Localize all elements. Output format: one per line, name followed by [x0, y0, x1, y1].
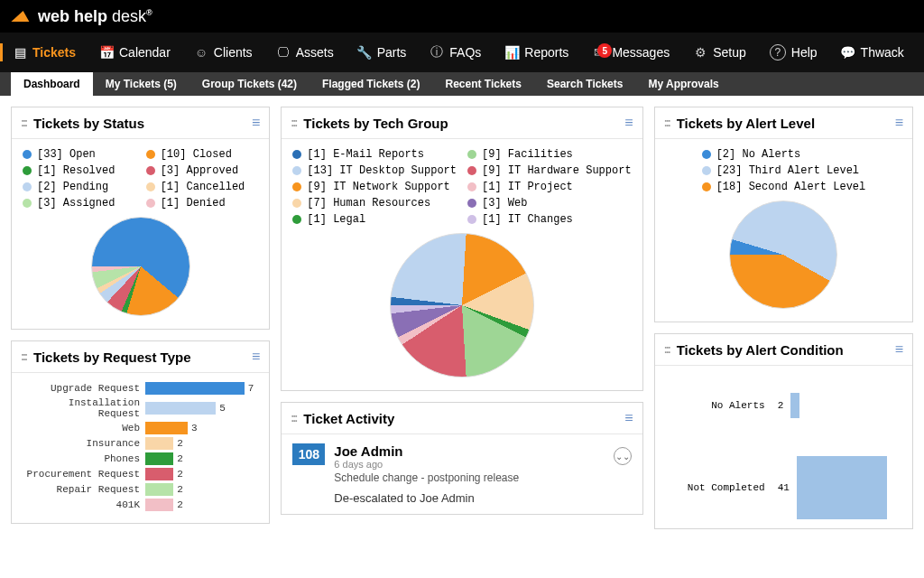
nav-messages[interactable]: ✉5Messages: [588, 40, 673, 65]
legend-item[interactable]: [1] IT Changes: [467, 213, 632, 226]
bar-label: Insurance: [23, 438, 140, 449]
card-title: Tickets by Tech Group: [303, 116, 448, 131]
card-menu-icon[interactable]: ≡: [895, 341, 903, 358]
drag-handle-icon[interactable]: :::: [21, 350, 26, 363]
bar-value: 2: [177, 469, 183, 480]
activity-ticket-id[interactable]: 108: [292, 443, 325, 465]
mail-icon: ✉5: [592, 45, 606, 60]
bar-row[interactable]: Upgrade Request7: [23, 382, 258, 395]
bar-row[interactable]: Phones2: [23, 452, 258, 465]
legend-item[interactable]: [18] Second Alert Level: [666, 181, 901, 193]
card-menu-icon[interactable]: ≡: [252, 349, 260, 365]
legend-item[interactable]: [33] Open: [23, 148, 135, 161]
nav-label: Thwack: [861, 45, 904, 60]
bar-fill: [145, 468, 173, 480]
nav-calendar[interactable]: 📅Calendar: [96, 40, 174, 65]
brand-text: web help desk®: [38, 7, 152, 26]
bars-icon: 📊: [504, 45, 519, 60]
card-menu-icon[interactable]: ≡: [624, 410, 633, 426]
nav-reports[interactable]: 📊Reports: [501, 40, 572, 65]
expand-icon[interactable]: ⌄⌄: [614, 447, 632, 465]
bar-row[interactable]: 401K2: [23, 499, 258, 511]
legend-item[interactable]: [9] IT Network Support: [292, 181, 457, 193]
bar-value: 5: [219, 403, 226, 414]
solarwinds-logo-icon: [11, 11, 32, 22]
legend-label: [1] E-Mail Reports: [307, 148, 424, 161]
hbar-request: Upgrade Request7Installation Request5Web…: [23, 382, 258, 511]
bar-value: 2: [177, 453, 183, 464]
legend-item[interactable]: [2] Pending: [23, 181, 135, 193]
legend-item[interactable]: [9] IT Hardware Support: [467, 164, 632, 177]
subtab-my-approvals[interactable]: My Approvals: [635, 72, 731, 96]
nav-setup[interactable]: ⚙Setup: [689, 40, 750, 65]
legend-label: [2] Pending: [37, 181, 108, 193]
drag-handle-icon[interactable]: :::: [21, 117, 26, 129]
help-icon: ?: [770, 44, 786, 61]
drag-handle-icon[interactable]: :::: [664, 343, 670, 356]
drag-handle-icon[interactable]: :::: [664, 117, 670, 129]
bar-value: 2: [778, 400, 784, 411]
legend-label: [9] Facilities: [482, 148, 573, 161]
bar-fill: [797, 456, 887, 519]
nav-faqs[interactable]: ⓘFAQs: [426, 40, 485, 65]
legend-item[interactable]: [13] IT Desktop Support: [292, 164, 457, 177]
legend-item[interactable]: [1] Resolved: [23, 164, 135, 177]
nav-clients[interactable]: ☺Clients: [190, 40, 256, 65]
bar-row[interactable]: Not Completed41: [666, 456, 901, 519]
subtab-flagged-tickets-2-[interactable]: Flagged Tickets (2): [310, 72, 432, 96]
legend-dot-icon: [292, 199, 301, 208]
activity-item[interactable]: 108 Joe Admin 6 days ago Schedule change…: [292, 443, 631, 505]
card-menu-icon[interactable]: ≡: [252, 115, 260, 131]
legend-label: [1] Legal: [307, 213, 365, 226]
card-title: Tickets by Request Type: [33, 350, 191, 365]
card-menu-icon[interactable]: ≡: [624, 115, 633, 131]
bar-row[interactable]: Insurance2: [23, 437, 258, 450]
subtab-dashboard[interactable]: Dashboard: [11, 72, 93, 96]
legend-item[interactable]: [23] Third Alert Level: [666, 164, 901, 177]
legend-item[interactable]: [7] Human Resources: [292, 197, 457, 210]
legend-label: [2] No Alerts: [716, 148, 801, 161]
bar-label: 401K: [23, 499, 140, 510]
legend-item[interactable]: [9] Facilities: [467, 148, 632, 161]
legend-item[interactable]: [3] Assigned: [23, 197, 135, 210]
legend-dot-icon: [23, 182, 32, 191]
legend-label: [18] Second Alert Level: [716, 181, 866, 193]
legend-label: [3] Approved: [161, 164, 238, 177]
bar-row[interactable]: Repair Request2: [23, 483, 258, 496]
legend-item[interactable]: [10] Closed: [146, 148, 259, 161]
legend-item[interactable]: [1] E-Mail Reports: [292, 148, 457, 161]
user-icon: ☺: [194, 45, 208, 60]
legend-item[interactable]: [1] IT Project: [467, 181, 632, 193]
card-menu-icon[interactable]: ≡: [895, 115, 903, 131]
legend-item[interactable]: [3] Web: [467, 197, 632, 210]
bar-fill: [145, 402, 216, 415]
legend-item[interactable]: [2] No Alerts: [666, 148, 901, 161]
legend-status: [33] Open[10] Closed[1] Resolved[3] Appr…: [23, 148, 258, 210]
bar-row[interactable]: Installation Request5: [23, 397, 258, 419]
nav-assets[interactable]: 🖵Assets: [273, 40, 337, 65]
card-tickets-by-tech-group: :::Tickets by Tech Group ≡ [1] E-Mail Re…: [281, 107, 642, 391]
subtab-recent-tickets[interactable]: Recent Tickets: [432, 72, 534, 96]
nav-parts[interactable]: 🔧Parts: [354, 40, 411, 65]
bar-row[interactable]: Web3: [23, 422, 258, 434]
legend-item[interactable]: [3] Approved: [146, 164, 259, 177]
legend-item[interactable]: [1] Legal: [292, 213, 457, 226]
legend-item[interactable]: [1] Denied: [146, 197, 259, 210]
bar-value: 2: [177, 499, 183, 510]
bar-row[interactable]: No Alerts2: [666, 393, 901, 418]
legend-item[interactable]: [1] Cancelled: [146, 181, 259, 193]
subtab-search-tickets[interactable]: Search Tickets: [534, 72, 636, 96]
pie-tech: [390, 233, 534, 378]
subtab-my-tickets-5-[interactable]: My Tickets (5): [93, 72, 189, 96]
wrench-icon: 🔧: [357, 45, 372, 60]
activity-age: 6 days ago: [334, 459, 519, 470]
legend-label: [1] Resolved: [37, 164, 115, 177]
subtab-group-tickets-42-[interactable]: Group Tickets (42): [189, 72, 310, 96]
nav-help[interactable]: ?Help: [766, 39, 821, 66]
nav-thwack[interactable]: 💬Thwack: [837, 40, 908, 65]
bar-label: Phones: [23, 453, 140, 464]
drag-handle-icon[interactable]: :::: [291, 117, 296, 129]
nav-tickets[interactable]: ▤Tickets: [9, 40, 79, 65]
drag-handle-icon[interactable]: :::: [291, 412, 296, 424]
bar-row[interactable]: Procurement Request2: [23, 468, 258, 480]
